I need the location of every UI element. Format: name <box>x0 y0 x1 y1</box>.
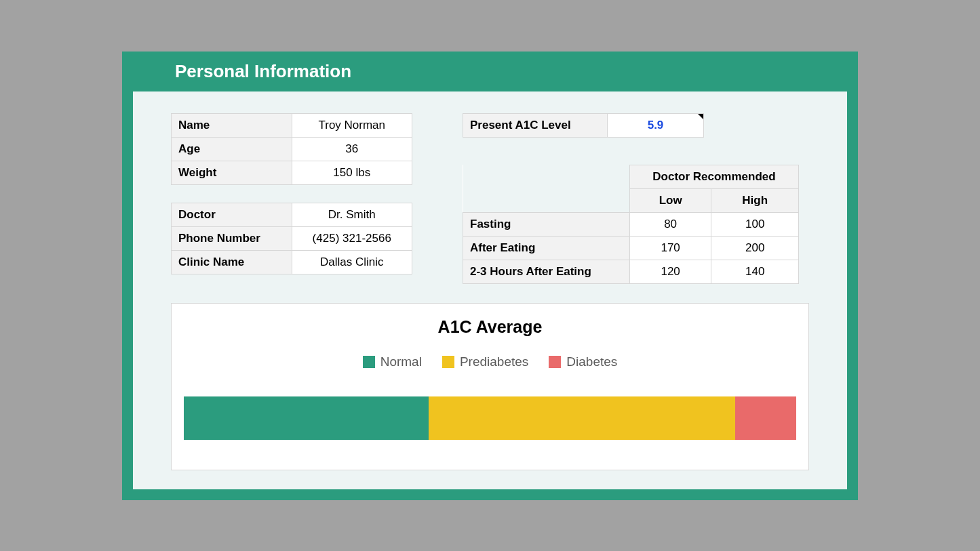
comment-indicator-icon <box>698 114 703 119</box>
recommended-table: Doctor Recommended Low High Fasting 80 1… <box>463 165 799 284</box>
bar-segment-prediabetes <box>429 396 735 440</box>
bar-segment-diabetes <box>735 396 796 440</box>
left-column: Name Troy Norman Age 36 Weight 150 lbs D… <box>171 113 412 292</box>
right-column: Present A1C Level 5.9 Doctor Recommended <box>463 113 799 292</box>
low-value: 120 <box>629 260 711 283</box>
personal-info-card: Personal Information Name Troy Norman Ag… <box>122 52 858 500</box>
legend-label: Prediabetes <box>460 354 528 369</box>
legend-swatch-icon <box>363 356 375 368</box>
name-label: Name <box>172 113 292 137</box>
low-header: Low <box>629 188 711 212</box>
clinic-label: Clinic Name <box>172 250 292 274</box>
age-value: 36 <box>292 137 412 161</box>
card-body: Name Troy Norman Age 36 Weight 150 lbs D… <box>133 91 847 489</box>
age-label: Age <box>172 137 292 161</box>
weight-label: Weight <box>172 161 292 184</box>
high-value: 100 <box>711 212 799 236</box>
low-value: 80 <box>629 212 711 236</box>
table-row: Fasting 80 100 <box>463 212 799 236</box>
high-header: High <box>711 188 799 212</box>
card-title: Personal Information <box>122 52 858 91</box>
phone-label: Phone Number <box>172 226 292 250</box>
a1c-value[interactable]: 5.9 <box>608 113 704 137</box>
doctor-value: Dr. Smith <box>292 203 412 226</box>
phone-value: (425) 321-2566 <box>292 226 412 250</box>
a1c-chart-panel: A1C Average Normal Prediabetes Diabetes <box>171 303 809 470</box>
blank-cell <box>463 188 630 212</box>
bar-segment-normal <box>184 396 429 440</box>
high-value: 140 <box>711 260 799 283</box>
a1c-level-table: Present A1C Level 5.9 <box>463 113 704 138</box>
name-value: Troy Norman <box>292 113 412 137</box>
a1c-label: Present A1C Level <box>463 113 608 137</box>
legend-swatch-icon <box>442 356 454 368</box>
row-label: Fasting <box>463 212 630 236</box>
a1c-stacked-bar <box>184 396 796 440</box>
row-label: 2-3 Hours After Eating <box>463 260 630 283</box>
legend-swatch-icon <box>549 356 561 368</box>
top-row: Name Troy Norman Age 36 Weight 150 lbs D… <box>171 113 809 292</box>
legend-item-normal: Normal <box>363 354 422 369</box>
blank-cell <box>463 165 630 188</box>
legend-item-prediabetes: Prediabetes <box>442 354 528 369</box>
doctor-label: Doctor <box>172 203 292 226</box>
personal-table: Name Troy Norman Age 36 Weight 150 lbs <box>171 113 412 185</box>
high-value: 200 <box>711 236 799 260</box>
clinic-value: Dallas Clinic <box>292 250 412 274</box>
a1c-value-text: 5.9 <box>648 119 664 131</box>
recommended-header: Doctor Recommended <box>629 165 798 188</box>
table-row: 2-3 Hours After Eating 120 140 <box>463 260 799 283</box>
table-row: After Eating 170 200 <box>463 236 799 260</box>
legend-label: Diabetes <box>566 354 617 369</box>
low-value: 170 <box>629 236 711 260</box>
chart-legend: Normal Prediabetes Diabetes <box>184 354 796 369</box>
chart-title: A1C Average <box>184 317 796 337</box>
doctor-table: Doctor Dr. Smith Phone Number (425) 321-… <box>171 203 412 274</box>
weight-value: 150 lbs <box>292 161 412 184</box>
legend-item-diabetes: Diabetes <box>549 354 617 369</box>
row-label: After Eating <box>463 236 630 260</box>
legend-label: Normal <box>380 354 422 369</box>
